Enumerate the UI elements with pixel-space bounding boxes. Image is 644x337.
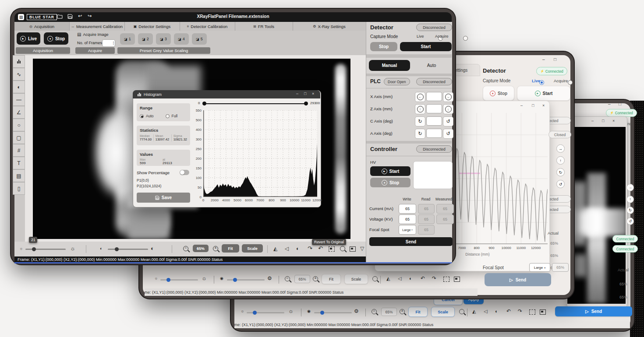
- w3-zoom-out-button[interactable]: −: [372, 309, 377, 314]
- w3-brightness-handle[interactable]: [253, 311, 257, 315]
- w2-gamma-slider[interactable]: [227, 279, 265, 281]
- z-axis-up-button[interactable]: ↑: [415, 104, 425, 114]
- scale-button[interactable]: Scale: [242, 244, 263, 253]
- x-axis-input[interactable]: [426, 92, 442, 101]
- tab-detector-calibration[interactable]: ≡Detector Calibration: [180, 22, 235, 31]
- current-write-input[interactable]: 65: [399, 204, 416, 214]
- w3-invert-icon[interactable]: ◐: [495, 309, 498, 314]
- w3-close-button[interactable]: ×: [629, 102, 632, 106]
- w2-rotate-ccw-button[interactable]: ↺: [556, 180, 565, 188]
- w3-search-button[interactable]: [459, 309, 464, 314]
- w3-axis-right-button[interactable]: →: [626, 184, 634, 191]
- w2-search-button[interactable]: [372, 276, 378, 281]
- w3-flip-horizontal-icon[interactable]: ◭: [472, 309, 476, 314]
- w2-flip-horizontal-icon[interactable]: ◭: [386, 276, 390, 281]
- histogram-maximize-button[interactable]: □: [304, 91, 306, 96]
- rotate-ccw-icon[interactable]: ↶: [318, 246, 323, 251]
- w3-axis-up-button[interactable]: ↑: [626, 196, 634, 203]
- detector-start-button[interactable]: Start: [400, 42, 452, 51]
- w3-crop-icon[interactable]: [529, 309, 535, 315]
- preset-button-1[interactable]: ◪1: [120, 33, 135, 45]
- revert-original-icon[interactable]: [329, 246, 335, 252]
- zoom-in-button[interactable]: +: [213, 246, 218, 251]
- preset-button-5[interactable]: ◪5: [192, 33, 207, 45]
- invert-icon[interactable]: ◐: [296, 246, 299, 251]
- w3-brightness-slider[interactable]: [247, 312, 284, 313]
- z-axis-down-button[interactable]: ↓: [443, 104, 453, 114]
- send-button[interactable]: Send: [369, 237, 453, 246]
- tab-xray-settings[interactable]: ⚙X-Ray Settings: [293, 22, 366, 31]
- flip-horizontal-icon[interactable]: ◭: [273, 246, 277, 251]
- w2-maximize-button[interactable]: □: [554, 57, 556, 62]
- w2-brightness-slider[interactable]: [160, 279, 198, 281]
- tab-measurement-calibration[interactable]: ↔Measurement Calibration: [69, 22, 125, 31]
- contrast-slider[interactable]: [108, 249, 148, 250]
- preset-button-3[interactable]: ◪3: [156, 33, 171, 45]
- tab-acquisition[interactable]: ◎Acquisition: [14, 22, 70, 31]
- rectangle-tool[interactable]: ▢: [13, 131, 25, 144]
- a-axis-input[interactable]: [426, 129, 442, 138]
- w2-scale-button[interactable]: Scale: [344, 274, 368, 284]
- c-axis-cw-button[interactable]: ↻: [415, 116, 425, 126]
- flip-vertical-icon[interactable]: ◁: [285, 246, 289, 251]
- save-button[interactable]: Save: [137, 193, 190, 203]
- w2-stop-button[interactable]: ■Stop: [483, 86, 514, 101]
- show-percentage-toggle[interactable]: [180, 170, 189, 175]
- ruler-tool[interactable]: ▯: [13, 182, 25, 195]
- w2-start-button[interactable]: ▶Start: [517, 86, 570, 101]
- line-profile-tool[interactable]: ∿: [13, 68, 25, 81]
- w3-maximize-button[interactable]: □: [619, 102, 621, 106]
- hv-stop-button[interactable]: ■Stop: [370, 178, 410, 187]
- w3-send-button[interactable]: ▷Send: [555, 306, 632, 316]
- acquire-radio[interactable]: [463, 36, 468, 41]
- live-button[interactable]: ▶Live: [17, 32, 40, 45]
- w3-rotate-cw-button[interactable]: ↻: [626, 207, 634, 214]
- histogram-close-button[interactable]: ×: [312, 91, 314, 96]
- frames-spinner[interactable]: ▴▾: [102, 39, 115, 47]
- w3-image-close-button[interactable]: ×: [612, 119, 615, 123]
- w2-flip-vertical-icon[interactable]: ◁: [398, 276, 401, 281]
- auto-tab[interactable]: Auto: [411, 60, 452, 71]
- contrast-handle[interactable]: [115, 247, 119, 251]
- w3-revert-icon[interactable]: [540, 309, 546, 315]
- manual-tab[interactable]: Manual: [369, 60, 410, 71]
- crop-tool[interactable]: #: [13, 144, 25, 157]
- w2-plot-close-button[interactable]: ×: [542, 103, 545, 108]
- brightness-handle[interactable]: [32, 247, 36, 251]
- range-slider-track[interactable]: [204, 103, 306, 104]
- c-axis-input[interactable]: [426, 116, 442, 126]
- reload-image-icon[interactable]: [350, 246, 356, 252]
- contrast-tool[interactable]: ◐: [13, 81, 25, 93]
- rotate-cw-icon[interactable]: ↷: [308, 246, 312, 251]
- c-axis-ccw-button[interactable]: ↺: [443, 116, 453, 126]
- w2-plot-maximize-button[interactable]: □: [532, 103, 534, 108]
- brightness-slider[interactable]: [25, 249, 66, 250]
- z-axis-input[interactable]: [426, 104, 442, 113]
- w2-crop-icon[interactable]: [443, 277, 449, 282]
- hv-start-button[interactable]: ▶Start: [370, 166, 410, 176]
- w2-focal-select[interactable]: Large▾: [529, 263, 550, 272]
- histogram-minimize-button[interactable]: –: [296, 91, 298, 96]
- w2-minimize-button[interactable]: –: [542, 57, 545, 62]
- a-axis-cw-button[interactable]: ↻: [415, 129, 425, 139]
- w3-rotate-ccw-icon[interactable]: ↶: [506, 309, 511, 314]
- stop-button[interactable]: ■Stop: [44, 32, 68, 45]
- x-axis-minus-button[interactable]: ←: [415, 92, 425, 102]
- tab-fr-tools[interactable]: ⊞FR Tools: [235, 22, 293, 31]
- w2-revert-icon[interactable]: [454, 277, 460, 282]
- focal-spot-select[interactable]: Large▾: [399, 225, 416, 235]
- w2-axis-right-button[interactable]: →: [556, 144, 565, 153]
- line-tool[interactable]: —: [13, 93, 25, 106]
- range-slider-handle-min[interactable]: [202, 102, 206, 105]
- w3-gamma-slider[interactable]: [314, 312, 352, 313]
- search-icon[interactable]: [340, 246, 345, 251]
- spinner-down-icon[interactable]: ▾: [113, 43, 114, 46]
- fit-button[interactable]: Fit: [222, 244, 239, 253]
- a-axis-ccw-button[interactable]: ↺: [443, 129, 453, 139]
- w2-plot-minimize-button[interactable]: –: [520, 103, 523, 108]
- w3-gamma-handle[interactable]: [320, 311, 324, 315]
- w2-brightness-handle[interactable]: [166, 278, 170, 282]
- preset-button-4[interactable]: ◪4: [174, 33, 189, 45]
- range-full-radio[interactable]: [166, 114, 170, 118]
- voltage-write-input[interactable]: 65: [399, 214, 416, 224]
